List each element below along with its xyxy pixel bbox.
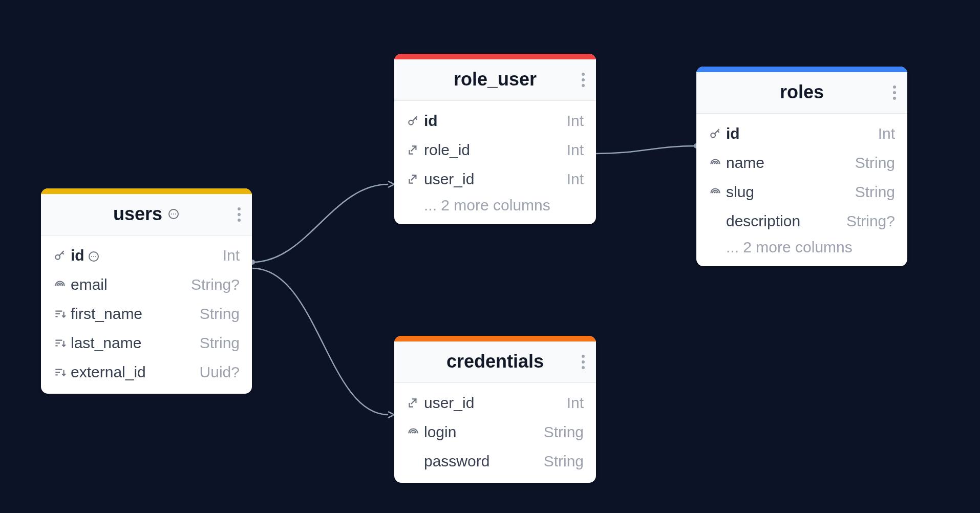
entity-header: roles [696, 72, 907, 114]
column-type: String [191, 302, 240, 325]
entity-menu-button[interactable] [238, 207, 241, 222]
entity-header: credentials [394, 341, 596, 383]
column-type: String [191, 331, 240, 354]
fingerprint-icon [709, 156, 726, 169]
column-row[interactable]: email String? [41, 270, 252, 299]
svg-point-12 [711, 133, 715, 137]
key-icon [407, 114, 424, 127]
svg-point-5 [175, 213, 176, 215]
column-name: password [424, 450, 489, 473]
svg-point-8 [91, 256, 92, 257]
column-row[interactable]: name String [696, 148, 907, 177]
link-icon [407, 173, 424, 186]
key-icon [53, 249, 71, 262]
column-type: String [847, 180, 895, 203]
sort-icon [53, 366, 71, 379]
fingerprint-icon [709, 185, 726, 199]
column-type: String [536, 450, 584, 473]
column-name: id [424, 109, 438, 132]
column-row[interactable]: id Int [41, 241, 252, 270]
entity-title: roles [780, 81, 824, 103]
column-row[interactable]: role_id Int [394, 135, 596, 164]
column-type: Int [215, 244, 240, 267]
column-name: login [424, 420, 456, 443]
column-row[interactable]: external_id Uuid? [41, 357, 252, 387]
column-name: name [726, 151, 764, 174]
column-name: user_id [424, 391, 474, 414]
column-type: String? [838, 209, 895, 232]
entity-title: role_user [454, 69, 537, 90]
column-row[interactable]: password String [394, 446, 596, 476]
link-icon [407, 143, 424, 157]
column-type: String [847, 151, 895, 174]
entity-accent [394, 54, 596, 59]
column-name: user_id [424, 167, 474, 190]
column-name: id [726, 122, 740, 145]
svg-point-6 [55, 254, 60, 259]
entity-header: users [41, 194, 252, 236]
entity-credentials[interactable]: credentials user_id Int login String pas… [394, 336, 596, 483]
entity-header: role_user [394, 59, 596, 101]
entity-accent [394, 336, 596, 341]
entity-title: users [113, 203, 180, 225]
column-name: external_id [71, 360, 146, 383]
sort-icon [53, 336, 71, 350]
entity-columns: id Int role_id Int user_id Int ... 2 mor… [394, 101, 596, 224]
column-name: email [71, 273, 108, 296]
column-row[interactable]: user_id Int [394, 388, 596, 417]
column-row[interactable]: user_id Int [394, 164, 596, 194]
key-icon [709, 127, 726, 140]
column-type: Int [559, 138, 584, 161]
column-name: first_name [71, 302, 142, 325]
fingerprint-icon [53, 278, 71, 291]
column-row[interactable]: id Int [696, 119, 907, 148]
svg-point-10 [95, 256, 96, 257]
entity-menu-button[interactable] [582, 355, 585, 369]
column-row[interactable]: id Int [394, 106, 596, 135]
comment-icon [167, 208, 180, 220]
column-row[interactable]: description String? [696, 206, 907, 236]
entity-menu-button[interactable] [893, 86, 896, 100]
svg-point-3 [171, 213, 172, 215]
column-type: Int [870, 122, 895, 145]
entity-columns: id Int name String slug String descripti… [696, 114, 907, 266]
column-row[interactable]: last_name String [41, 328, 252, 357]
column-type: Int [559, 391, 584, 414]
svg-point-11 [409, 120, 413, 124]
column-name: slug [726, 180, 754, 203]
diagram-canvas[interactable]: users id Int email String? first_name [0, 0, 980, 513]
entity-users[interactable]: users id Int email String? first_name [41, 188, 252, 394]
entity-roles[interactable]: roles id Int name String slug String des… [696, 67, 907, 266]
entity-columns: user_id Int login String password String [394, 383, 596, 483]
column-row[interactable]: first_name String [41, 299, 252, 328]
sort-icon [53, 307, 71, 320]
entity-accent [41, 188, 252, 194]
entity-role-user[interactable]: role_user id Int role_id Int user_id Int… [394, 54, 596, 224]
column-row[interactable]: slug String [696, 177, 907, 206]
comment-icon [88, 250, 100, 263]
column-type: Int [559, 109, 584, 132]
svg-point-9 [93, 256, 94, 257]
more-columns[interactable]: ... 2 more columns [394, 194, 596, 217]
more-columns[interactable]: ... 2 more columns [696, 236, 907, 259]
column-type: String [536, 420, 584, 443]
entity-title: credentials [446, 351, 544, 372]
column-type: Uuid? [191, 360, 240, 383]
column-type: String? [183, 273, 240, 296]
link-icon [407, 396, 424, 410]
column-name: description [726, 209, 800, 232]
column-row[interactable]: login String [394, 417, 596, 446]
svg-point-4 [173, 213, 174, 215]
entity-menu-button[interactable] [582, 73, 585, 87]
column-name: last_name [71, 331, 141, 354]
column-name: id [71, 244, 100, 267]
fingerprint-icon [407, 425, 424, 439]
column-type: Int [559, 167, 584, 190]
column-name: role_id [424, 138, 470, 161]
entity-columns: id Int email String? first_name String l… [41, 236, 252, 394]
entity-accent [696, 67, 907, 72]
